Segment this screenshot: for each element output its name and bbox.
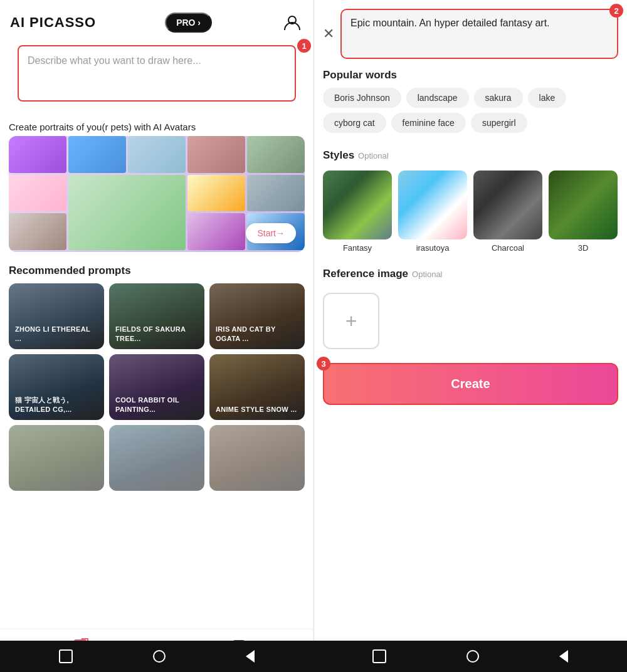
style-irasutoya[interactable]: irasutoya — [398, 171, 467, 253]
user-avatar-icon[interactable] — [281, 11, 303, 34]
prompt-input-area[interactable]: Describe what you want to draw here... — [18, 45, 296, 102]
app-logo: AI PICASSO — [10, 14, 96, 31]
search-row: 2 ✕ Epic mountain. An hyper detailed fan… — [323, 9, 618, 59]
style-label-fantasy: Fantasy — [343, 243, 372, 253]
badge-3: 3 — [317, 357, 330, 370]
prompt-card[interactable] — [109, 425, 204, 491]
style-thumb-3d — [549, 171, 618, 239]
prompt-card[interactable] — [209, 425, 305, 491]
tag-landscape[interactable]: landscape — [406, 88, 469, 108]
prompt-card[interactable]: ANIME STYLE SNOW ... — [209, 354, 305, 420]
collage-cell — [128, 136, 186, 173]
collage-cell — [9, 175, 66, 212]
reference-title: Reference image — [323, 268, 408, 280]
close-button[interactable]: ✕ — [323, 26, 334, 42]
add-reference-image-button[interactable]: + — [323, 293, 379, 349]
sys-circle-left[interactable] — [153, 650, 166, 663]
tags-row-2: cyborg cat feminine face supergirl — [323, 113, 618, 133]
tag-supergirl[interactable]: supergirl — [471, 113, 527, 133]
collage-cell — [9, 213, 66, 250]
tag-cyborg-cat[interactable]: cyborg cat — [323, 113, 386, 133]
reference-optional: Optional — [412, 270, 442, 279]
system-nav-right — [314, 641, 627, 672]
style-charcoal[interactable]: Charcoal — [473, 171, 542, 253]
tag-sakura[interactable]: sakura — [474, 88, 523, 108]
collage-cell — [68, 175, 186, 250]
reference-section: Reference image Optional + — [323, 268, 618, 349]
styles-optional: Optional — [358, 151, 388, 160]
sys-circle-right[interactable] — [466, 650, 479, 663]
sys-square-right[interactable] — [372, 649, 386, 663]
collage-cell — [187, 175, 245, 212]
pro-button[interactable]: PRO › — [165, 13, 212, 33]
prompt-card[interactable] — [9, 425, 104, 491]
prompts-grid: ZHONG LI ETHEREAL ... FIELDS OF SAKURA T… — [9, 283, 305, 491]
search-input-box[interactable]: Epic mountain. An hyper detailed fantasy… — [340, 9, 618, 59]
prompt-card[interactable]: COOL RABBIT OIL PAINTING... — [109, 354, 204, 420]
system-nav-bar — [0, 641, 627, 672]
prompt-card[interactable]: FIELDS OF SAKURA TREE... — [109, 283, 204, 349]
ai-avatars-banner: Create portraits of you(r pets) with AI … — [9, 122, 305, 252]
style-fantasy[interactable]: Fantasy — [323, 171, 392, 253]
create-btn-wrapper: 3 Create — [323, 363, 618, 405]
badge-2: 2 — [609, 4, 623, 18]
popular-title: Popular words — [323, 69, 618, 81]
create-button[interactable]: Create — [323, 363, 618, 405]
style-label-charcoal: Charcoal — [492, 243, 524, 253]
collage-cell — [247, 175, 305, 212]
prompt-card[interactable]: 猫 宇宙人と戦う, DETAILED CG,... — [9, 354, 104, 420]
style-thumb-irasutoya — [398, 171, 467, 239]
plus-icon: + — [345, 310, 357, 333]
sys-square-left[interactable] — [59, 649, 73, 663]
recommended-title: Recommended prompts — [9, 265, 305, 277]
prompt-card[interactable]: IRIS AND CAT BY OGATA ... — [209, 283, 305, 349]
style-thumb-charcoal — [473, 171, 542, 239]
style-3d[interactable]: 3D — [549, 171, 618, 253]
styles-row: Fantasy irasutoya Charcoal 3D — [323, 171, 618, 256]
ai-avatars-title: Create portraits of you(r pets) with AI … — [9, 122, 305, 132]
tags-row-1: Boris Johnson landscape sakura lake — [323, 88, 618, 108]
prompt-card[interactable]: ZHONG LI ETHEREAL ... — [9, 283, 104, 349]
style-thumb-fantasy — [323, 171, 392, 239]
badge-1: 1 — [297, 39, 311, 53]
tag-lake[interactable]: lake — [528, 88, 567, 108]
right-panel: 2 ✕ Epic mountain. An hyper detailed fan… — [314, 0, 627, 672]
collage-cell — [187, 213, 245, 250]
prompt-placeholder: Describe what you want to draw here... — [28, 55, 201, 66]
sys-back-left[interactable] — [246, 650, 255, 663]
collage-cell — [247, 136, 305, 173]
style-label-3d: 3D — [578, 243, 589, 253]
recommended-section: Recommended prompts ZHONG LI ETHEREAL ..… — [0, 257, 314, 495]
style-label-irasutoya: irasutoya — [416, 243, 450, 253]
tag-boris-johnson[interactable]: Boris Johnson — [323, 88, 401, 108]
collage-cell — [187, 136, 245, 173]
styles-section: Styles Optional Fantasy irasutoya Char — [323, 149, 618, 256]
styles-title: Styles — [323, 149, 354, 162]
collage-cell — [68, 136, 126, 173]
start-button[interactable]: Start→ — [246, 223, 296, 243]
tag-feminine-face[interactable]: feminine face — [391, 113, 466, 133]
collage-cell — [9, 136, 66, 173]
header: AI PICASSO PRO › — [0, 0, 314, 45]
sys-back-right[interactable] — [559, 650, 568, 663]
popular-words-section: Popular words Boris Johnson landscape sa… — [323, 69, 618, 138]
system-nav-left — [0, 641, 314, 672]
search-textarea[interactable]: Epic mountain. An hyper detailed fantasy… — [350, 18, 608, 50]
